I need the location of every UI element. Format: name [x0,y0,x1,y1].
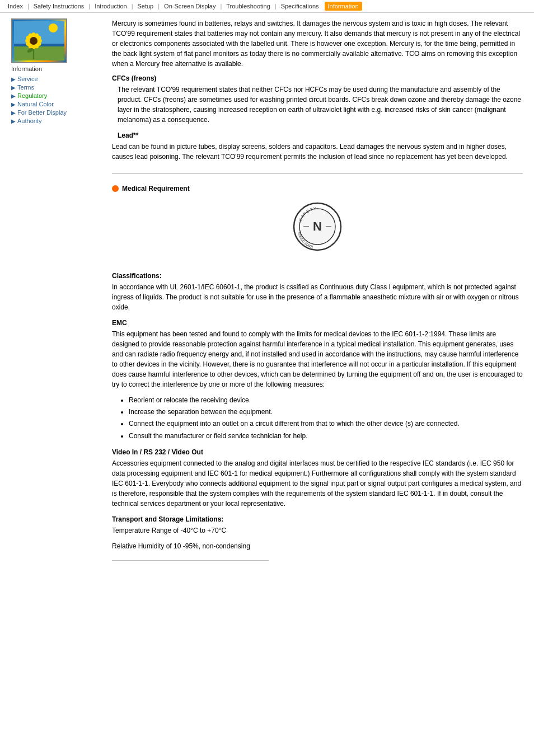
classifications-title: Classifications: [112,272,523,280]
arrow-icon: ▶ [11,110,16,116]
sidebar-item-regulatory[interactable]: ▶ Regulatory [11,92,101,99]
nav-index[interactable]: Index [4,2,26,11]
transport-para-2: Relative Humidity of 10 -95%, non-conden… [112,541,523,551]
sidebar-link-better-display[interactable]: For Better Display [17,109,67,116]
emc-para: This equipment has been tested and found… [112,329,523,389]
sidebar-image [11,18,67,63]
arrow-icon: ▶ [11,118,16,124]
arrow-icon: ▶ [11,84,16,91]
arrow-icon: ▶ [11,76,16,82]
svg-text:N: N [313,219,322,233]
sidebar-link-natural-color[interactable]: Natural Color [17,101,54,107]
nav-setup[interactable]: Setup [134,2,157,11]
cert-logo-container: N S A F E T Y EN/IEC 60601 [112,201,523,263]
transport-para-1: Temperature Range of -40°C to +70°C [112,525,523,536]
video-para: Accessories equipment connected to the a… [112,458,523,509]
video-section: Video In / RS 232 / Video Out Accessorie… [112,448,523,509]
sidebar-item-authority[interactable]: ▶ Authority [11,118,101,124]
sidebar-item-service[interactable]: ▶ Service [11,76,101,82]
arrow-icon: ▶ [11,101,16,107]
cfcs-section: CFCs (freons) The relevant TCO'99 requir… [112,74,523,125]
emc-section: EMC This equipment has been tested and f… [112,319,523,442]
nav-safety[interactable]: Safety Instructions [30,2,88,11]
nav-introduction[interactable]: Introduction [91,2,130,11]
transport-section: Transport and Storage Limitations: Tempe… [112,515,523,551]
medical-req-title: Medical Requirement [122,185,190,192]
video-title: Video In / RS 232 / Video Out [112,448,523,456]
nav-specifications[interactable]: Specifications [278,2,322,11]
emc-bullet-3: Connect the equipment into an outlet on … [129,419,523,429]
lead-title: Lead** [118,132,523,139]
sidebar-link-terms[interactable]: Terms [17,84,34,91]
sidebar-item-better-display[interactable]: ▶ For Better Display [11,109,101,116]
orange-circle-icon [112,185,119,192]
transport-title: Transport and Storage Limitations: [112,515,523,523]
classifications-para: In accordance with UL 2601-1/IEC 60601-1… [112,282,523,312]
classifications-section: Classifications: In accordance with UL 2… [112,272,523,312]
sidebar-link-service[interactable]: Service [17,76,38,82]
medical-req-header: Medical Requirement [112,185,523,192]
sidebar-nav: ▶ Service ▶ Terms ▶ Regulatory ▶ Natural… [11,76,101,124]
section-divider-2 [112,560,269,561]
section-divider-1 [112,173,523,173]
lead-section: Lead** Lead can be found in picture tube… [112,132,523,162]
arrow-icon: ▶ [11,93,16,99]
intro-paragraph: Mercury is sometimes found in batteries,… [112,18,523,69]
emc-bullet-4: Consult the manufacturer or field servic… [129,431,523,442]
navbar: Index | Safety Instructions | Introducti… [0,0,534,13]
emc-bullet-1: Reorient or relocate the receiving devic… [129,395,523,406]
svg-rect-2 [14,46,64,60]
nav-troubleshooting[interactable]: Troubleshooting [223,2,273,11]
cfcs-title: CFCs (freons) [112,74,523,82]
nav-osd[interactable]: On-Screen Display [161,2,219,11]
nav-information[interactable]: Information [325,2,362,11]
content-area: Mercury is sometimes found in batteries,… [106,18,523,570]
main-container: Information ▶ Service ▶ Terms ▶ Regulato… [0,13,534,575]
emc-bullets: Reorient or relocate the receiving devic… [112,395,523,442]
sidebar-label: Information [11,65,101,72]
sidebar-flower-svg [14,21,64,60]
sidebar: Information ▶ Service ▶ Terms ▶ Regulato… [11,18,101,570]
cert-logo-svg: N S A F E T Y EN/IEC 60601 [292,201,343,252]
emc-bullet-2: Increase the separation between the equi… [129,407,523,417]
svg-point-17 [30,37,38,45]
sidebar-item-natural-color[interactable]: ▶ Natural Color [11,101,101,107]
sidebar-item-terms[interactable]: ▶ Terms [11,84,101,91]
sidebar-link-regulatory[interactable]: Regulatory [17,92,47,99]
emc-title: EMC [112,319,523,327]
svg-point-3 [49,24,58,32]
cfcs-para: The relevant TCO'99 requirement states t… [118,84,523,125]
sidebar-link-authority[interactable]: Authority [17,118,41,124]
lead-para: Lead can be found in picture tubes, disp… [112,142,523,162]
